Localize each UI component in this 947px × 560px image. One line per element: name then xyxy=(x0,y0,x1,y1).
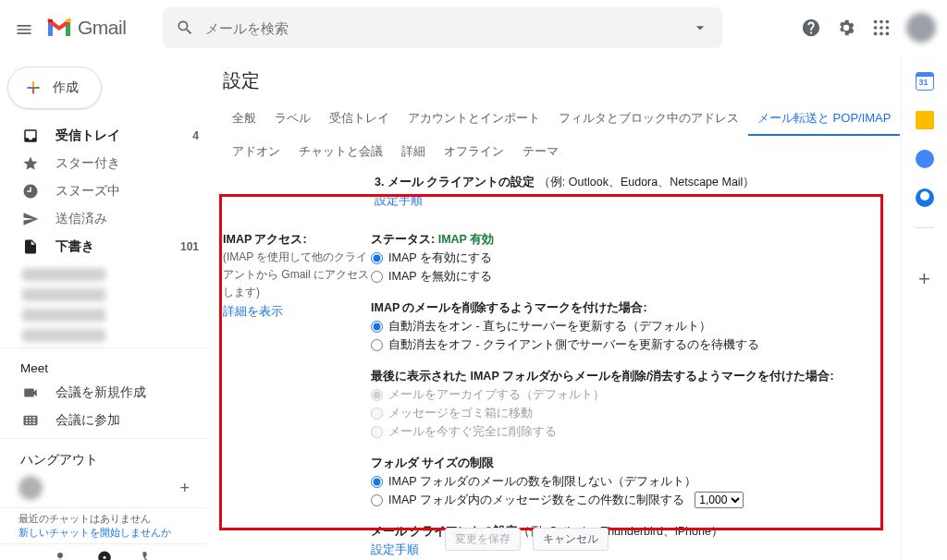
inbox-icon xyxy=(22,128,39,144)
settings-title: 設定 xyxy=(212,55,901,103)
header: Gmail xyxy=(0,0,947,55)
save-row: 変更を保存 キャンセル xyxy=(208,518,845,560)
drafts-count: 101 xyxy=(180,240,199,253)
folder-limit-radio[interactable]: IMAP フォルダ内のメッセージ数をこの件数に制限する 1,000 xyxy=(371,491,886,509)
draft-icon xyxy=(22,238,39,255)
tab-general[interactable]: 全般 xyxy=(223,103,265,136)
settings-gear-icon[interactable] xyxy=(836,18,856,38)
save-button[interactable]: 変更を保存 xyxy=(445,528,521,551)
clock-icon xyxy=(22,183,39,200)
send-icon xyxy=(22,211,39,227)
svg-point-4 xyxy=(886,20,890,24)
main-content: 設定 全般 ラベル 受信トレイ アカウントとインポート フィルタとブロック中のア… xyxy=(208,55,901,560)
cancel-button[interactable]: キャンセル xyxy=(533,528,609,551)
person-icon[interactable] xyxy=(52,550,68,560)
nav-starred[interactable]: スター付き xyxy=(0,150,208,177)
gmail-logo[interactable]: Gmail xyxy=(46,17,126,39)
compose-label: 作成 xyxy=(53,79,79,96)
star-icon xyxy=(22,155,39,172)
apps-grid-icon[interactable] xyxy=(871,18,892,38)
nav-inbox[interactable]: 受信トレイ 4 xyxy=(0,122,208,150)
folder-no-limit-radio[interactable]: IMAP フォルダのメールの数を制限しない（デフォルト） xyxy=(371,472,886,491)
trash-radio[interactable]: メッセージをゴミ箱に移動 xyxy=(371,404,886,422)
keyboard-icon xyxy=(22,412,39,429)
tab-offline[interactable]: オフライン xyxy=(435,136,513,167)
search-input[interactable] xyxy=(205,20,691,36)
svg-point-14 xyxy=(103,556,105,559)
svg-point-6 xyxy=(879,26,883,30)
nav-sent[interactable]: 送信済み xyxy=(0,205,208,233)
logo-text: Gmail xyxy=(78,17,126,39)
imap-access-sub: (IMAP を使用して他のクライアントから Gmail にアクセスします) xyxy=(223,249,371,302)
meet-new[interactable]: 会議を新規作成 xyxy=(0,379,208,407)
svg-point-9 xyxy=(879,32,883,36)
settings-tabs: 全般 ラベル 受信トレイ アカウントとインポート フィルタとブロック中のアドレス… xyxy=(212,103,901,167)
chat-footer: 最近のチャットはありません 新しいチャットを開始しませんか xyxy=(0,507,208,543)
auto-expunge-on-radio[interactable]: 自動消去をオン - 直ちにサーバーを更新する（デフォルト） xyxy=(371,317,886,335)
hangout-section-title: ハングアウト xyxy=(0,446,208,472)
svg-rect-12 xyxy=(28,87,32,89)
main-menu-button[interactable] xyxy=(11,17,33,39)
compose-button[interactable]: 作成 xyxy=(7,67,102,109)
start-chat-link[interactable]: 新しいチャットを開始しませんか xyxy=(18,526,190,540)
svg-point-7 xyxy=(886,26,890,30)
svg-rect-13 xyxy=(34,87,39,89)
tab-themes[interactable]: テーマ xyxy=(513,136,568,167)
auto-expunge-off-radio[interactable]: 自動消去をオフ - クライアント側でサーバーを更新するのを待機する xyxy=(371,335,886,354)
nav-items-blurred xyxy=(0,268,208,344)
inbox-count: 4 xyxy=(192,129,199,142)
tab-addons[interactable]: アドオン xyxy=(223,136,289,167)
folder-size-heading: フォルダ サイズの制限 xyxy=(371,454,886,472)
video-icon xyxy=(22,384,39,401)
phone-icon[interactable] xyxy=(141,550,157,560)
sidebar: 作成 受信トレイ 4 スター付き スヌーズ中 送信済み 下書き xyxy=(0,55,208,560)
folder-limit-select[interactable]: 1,000 xyxy=(695,492,744,508)
account-avatar[interactable] xyxy=(906,13,936,43)
pop-instructions-link[interactable]: 設定手順 xyxy=(375,194,423,207)
tab-filters[interactable]: フィルタとブロック中のアドレス xyxy=(549,103,748,136)
imap-disable-radio[interactable]: IMAP を無効にする xyxy=(371,267,886,286)
meet-join[interactable]: 会議に参加 xyxy=(0,407,208,434)
tab-advanced[interactable]: 詳細 xyxy=(392,136,435,167)
imap-delete-heading: IMAP のメールを削除するようマークを付けた場合: xyxy=(371,298,886,317)
hangout-user-row[interactable]: + xyxy=(0,472,208,504)
imap-enable-radio[interactable]: IMAP を有効にする xyxy=(371,249,886,267)
svg-rect-11 xyxy=(32,82,34,88)
mail-client-heading: 3. メール クライアントの設定 xyxy=(375,176,535,189)
gmail-logo-icon xyxy=(46,18,72,38)
calendar-addon-icon[interactable] xyxy=(916,72,934,91)
tab-accounts[interactable]: アカウントとインポート xyxy=(399,103,549,136)
search-icon xyxy=(176,18,194,37)
tab-labels[interactable]: ラベル xyxy=(265,103,320,136)
search-options-icon[interactable] xyxy=(691,18,709,37)
svg-point-5 xyxy=(874,26,878,30)
svg-point-8 xyxy=(874,32,878,36)
right-side-panel: + xyxy=(901,55,947,560)
hamburger-icon xyxy=(15,20,33,39)
svg-point-3 xyxy=(879,20,883,24)
tab-forwarding[interactable]: メール転送と POP/IMAP xyxy=(748,103,900,136)
svg-rect-1 xyxy=(66,19,70,22)
search-bar[interactable] xyxy=(163,7,722,48)
hangouts-chat-icon[interactable] xyxy=(96,550,113,560)
nav-drafts[interactable]: 下書き 101 xyxy=(0,233,208,261)
keep-addon-icon[interactable] xyxy=(916,111,934,129)
svg-rect-0 xyxy=(48,19,53,22)
tab-inbox[interactable]: 受信トレイ xyxy=(320,103,399,136)
tasks-addon-icon[interactable] xyxy=(916,150,934,168)
archive-radio[interactable]: メールをアーカイブする（デフォルト） xyxy=(371,385,886,404)
imap-last-folder-heading: 最後に表示された IMAP フォルダからメールを削除/消去するようマークを付けた… xyxy=(371,367,886,385)
help-icon[interactable] xyxy=(801,18,821,38)
imap-status-value: IMAP 有効 xyxy=(438,233,495,246)
svg-point-2 xyxy=(874,20,878,24)
meet-section-title: Meet xyxy=(0,356,208,379)
contacts-addon-icon[interactable] xyxy=(916,189,934,207)
delete-forever-radio[interactable]: メールを今すぐ完全に削除する xyxy=(371,422,886,441)
hangout-add-button[interactable]: + xyxy=(179,479,190,498)
nav-snoozed[interactable]: スヌーズ中 xyxy=(0,177,208,205)
get-addons-button[interactable]: + xyxy=(918,267,930,291)
compose-plus-icon xyxy=(23,78,43,98)
svg-point-10 xyxy=(886,32,890,36)
imap-learn-more-link[interactable]: 詳細を表示 xyxy=(223,302,371,321)
tab-chat[interactable]: チャットと会議 xyxy=(289,136,392,167)
